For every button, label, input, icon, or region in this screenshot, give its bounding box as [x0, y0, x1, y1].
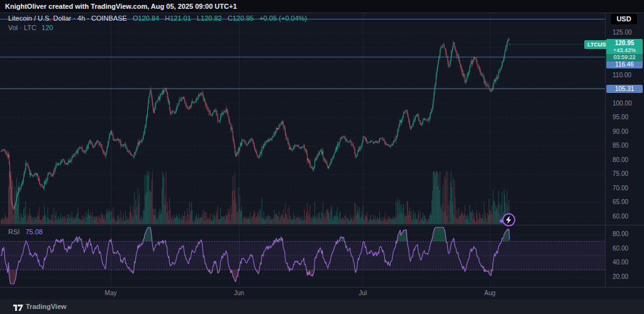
price-tick-label: 80.00	[613, 157, 628, 163]
rsi-label[interactable]: RSI	[8, 228, 19, 236]
rsi-value: 75.08	[25, 228, 43, 236]
price-tick-label: 85.00	[613, 143, 628, 149]
current-price-badge: 120.95 +43.42% 03:59:22	[606, 39, 643, 62]
tradingview-chart-app: KnightOliver created with TradingView.co…	[0, 0, 644, 314]
price-tick-label: 75.00	[613, 171, 628, 177]
attribution-text: KnightOliver created with TradingView.co…	[0, 0, 237, 13]
tradingview-brand-text[interactable]: TradingView	[26, 303, 67, 310]
volume-legend: Vol · LTC 120	[8, 24, 53, 31]
time-tick-label: May	[101, 290, 120, 296]
price-chart-canvas[interactable]	[0, 0, 644, 314]
symbol-legend: Litecoin / U.S. Dollar · 4h · COINBASE O…	[8, 14, 307, 22]
rsi-legend: RSI 75.08	[8, 228, 43, 236]
price-tick-label: 65.00	[613, 199, 628, 205]
rsi-tick-label: 40.00	[613, 259, 628, 266]
bar-countdown: 03:59:22	[606, 54, 643, 62]
rsi-tick-label: 60.00	[613, 246, 628, 252]
change-text: +0.05 (+0.04%)	[259, 14, 307, 22]
symbol-title[interactable]: Litecoin / U.S. Dollar · 4h · COINBASE	[8, 14, 127, 22]
rsi-tick-label: 80.00	[613, 231, 628, 237]
currency-toggle-button[interactable]: USD	[610, 13, 638, 25]
volume-label: Vol · LTC	[8, 24, 36, 31]
ohlc-high: H121.01	[165, 14, 191, 22]
ohlc-open: O120.84	[133, 14, 159, 22]
price-tick-label: 125.00	[613, 30, 632, 36]
price-tick-label: 70.00	[613, 185, 628, 192]
attribution-bar: KnightOliver created with TradingView.co…	[0, 0, 644, 13]
time-tick-label: Aug	[480, 290, 499, 296]
volume-value: 120	[42, 24, 53, 31]
rsi-tick-label: 20.00	[613, 274, 628, 280]
ohlc-close: C120.95	[228, 14, 254, 22]
ohlc-low: L120.82	[197, 14, 222, 22]
current-change-pct: +43.42%	[606, 47, 643, 54]
price-tick-label: 90.00	[613, 129, 628, 135]
price-line-badge-105: 105.31	[606, 85, 643, 93]
price-tick-label: 100.00	[613, 100, 632, 107]
time-tick-label: Jun	[230, 290, 248, 296]
price-tick-label: 60.00	[613, 214, 628, 220]
price-tick-label: 95.00	[613, 114, 628, 121]
tradingview-logo-icon[interactable]	[13, 303, 24, 311]
current-price-value: 120.95	[606, 39, 643, 47]
price-tick-label: 110.00	[613, 72, 631, 78]
footer-bar: TradingView	[0, 300, 644, 314]
time-tick-label: Jul	[353, 290, 372, 296]
